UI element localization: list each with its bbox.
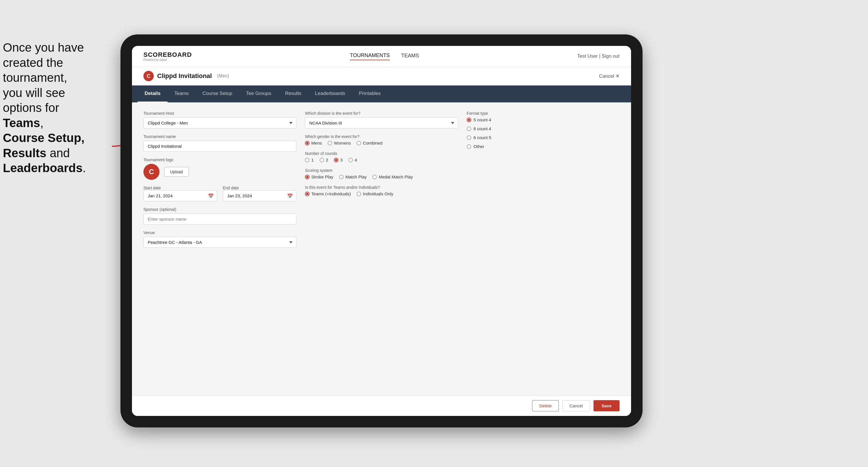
rounds-1-radio[interactable] <box>305 158 310 162</box>
save-button[interactable]: Save <box>593 400 620 411</box>
format-6count4-radio[interactable] <box>467 126 471 131</box>
logo-upload-area: C Upload <box>144 164 296 180</box>
tournament-title: Clippd Invitational <box>157 72 212 80</box>
content-area: C Clippd Invitational (Men) Cancel ✕ Det… <box>132 67 631 416</box>
format-6count5-option[interactable]: 6 count 5 <box>467 135 620 140</box>
rounds-4-radio[interactable] <box>348 158 353 162</box>
scoring-medal-radio[interactable] <box>372 175 377 179</box>
format-6count5-label: 6 count 5 <box>473 135 491 140</box>
division-group: Which division is the event for? NCAA Di… <box>305 111 458 128</box>
gender-mens-label: Mens <box>311 141 322 146</box>
nav-teams[interactable]: TEAMS <box>401 53 419 60</box>
gender-womens-radio[interactable] <box>328 141 332 146</box>
instruction-line3: tournament, <box>3 71 67 84</box>
gender-combined-radio[interactable] <box>356 141 361 146</box>
format-6count5-radio[interactable] <box>467 135 471 140</box>
scoring-medal-label: Medal Match Play <box>379 175 413 179</box>
venue-select[interactable]: Peachtree GC - Atlanta - GA <box>144 237 296 248</box>
division-label: Which division is the event for? <box>305 111 458 116</box>
format-6count4-option[interactable]: 6 count 4 <box>467 126 620 131</box>
instruction-text: Once you have created the tournament, yo… <box>3 40 115 176</box>
instruction-line5: options for <box>3 101 59 115</box>
tab-printables[interactable]: Printables <box>352 86 388 102</box>
form-column-2: Which division is the event for? NCAA Di… <box>305 111 458 387</box>
gender-mens-radio[interactable] <box>305 141 310 146</box>
nav-tournaments[interactable]: TOURNAMENTS <box>350 53 390 60</box>
sponsor-label: Sponsor (optional) <box>144 207 296 212</box>
rounds-1-label: 1 <box>311 157 313 162</box>
end-date-input[interactable] <box>223 190 297 201</box>
tab-tee-groups[interactable]: Tee Groups <box>239 86 278 102</box>
scoring-medal-option[interactable]: Medal Match Play <box>372 175 413 179</box>
logo-sub: Powered by clippd <box>144 59 192 61</box>
rounds-3-label: 3 <box>340 157 342 162</box>
upload-button[interactable]: Upload <box>164 167 189 177</box>
form-column-1: Tournament Host Clippd College - Men Tou… <box>144 111 296 387</box>
user-area: Test User | Sign out <box>577 53 620 59</box>
sponsor-group: Sponsor (optional) <box>144 207 296 225</box>
tab-leaderboards[interactable]: Leaderboards <box>308 86 352 102</box>
scoring-stroke-option[interactable]: Stroke Play <box>305 175 333 179</box>
scoring-stroke-radio[interactable] <box>305 175 310 179</box>
tournament-name-input[interactable] <box>144 141 296 152</box>
sponsor-input[interactable] <box>144 213 296 225</box>
format-5count4-label: 5 count 4 <box>473 117 491 122</box>
format-other-radio[interactable] <box>467 144 471 149</box>
instruction-bold1: Teams <box>3 116 40 130</box>
format-other-option[interactable]: Other <box>467 144 620 149</box>
scoring-match-option[interactable]: Match Play <box>339 175 367 179</box>
tournament-logo-group: Tournament logo C Upload <box>144 157 296 180</box>
gender-mens-option[interactable]: Mens <box>305 141 322 146</box>
tablet-screen: SCOREBOARD Powered by clippd TOURNAMENTS… <box>132 46 631 416</box>
rounds-3-option[interactable]: 3 <box>334 157 342 162</box>
individuals-only-radio[interactable] <box>356 192 361 196</box>
form-column-3: Format type 5 count 4 6 count 4 6 count … <box>467 111 620 387</box>
format-6count4-label: 6 count 4 <box>473 126 491 131</box>
division-select[interactable]: NCAA Division III <box>305 117 458 128</box>
tournament-title-row: C Clippd Invitational (Men) <box>144 71 229 81</box>
rounds-4-option[interactable]: 4 <box>348 157 357 162</box>
gender-womens-option[interactable]: Womens <box>328 141 351 146</box>
rounds-2-option[interactable]: 2 <box>319 157 328 162</box>
tournament-host-select[interactable]: Clippd College - Men <box>144 117 296 128</box>
scoring-match-radio[interactable] <box>339 175 344 179</box>
instruction-line4: you will see <box>3 86 65 99</box>
teams-plus-radio[interactable] <box>305 192 310 196</box>
scoring-stroke-label: Stroke Play <box>311 175 333 179</box>
instruction-bold4: Leaderboards <box>3 161 83 175</box>
tournament-name-label: Tournament name <box>144 134 296 139</box>
tournament-header: C Clippd Invitational (Men) Cancel ✕ <box>132 67 631 86</box>
teams-plus-option[interactable]: Teams (+Individuals) <box>305 191 351 196</box>
nav-links: TOURNAMENTS TEAMS <box>350 53 419 60</box>
rounds-1-option[interactable]: 1 <box>305 157 313 162</box>
format-5count4-radio[interactable] <box>467 118 471 122</box>
tournament-logo-label: Tournament logo <box>144 157 296 162</box>
top-bar: SCOREBOARD Powered by clippd TOURNAMENTS… <box>132 46 631 67</box>
tab-course-setup[interactable]: Course Setup <box>196 86 239 102</box>
start-date-input[interactable] <box>144 190 217 201</box>
gender-group: Which gender is the event for? Mens Wome… <box>305 134 458 146</box>
rounds-2-radio[interactable] <box>319 158 324 162</box>
tab-teams[interactable]: Teams <box>167 86 196 102</box>
gender-combined-option[interactable]: Combined <box>356 141 382 146</box>
cancel-button[interactable]: Cancel <box>562 400 590 411</box>
tab-results[interactable]: Results <box>278 86 308 102</box>
logo-preview: C <box>144 164 159 180</box>
end-date-label: End date <box>223 186 239 190</box>
gender-label: Which gender is the event for? <box>305 134 458 139</box>
scoring-radio-group: Stroke Play Match Play Medal Match Play <box>305 175 458 179</box>
delete-button[interactable]: Delete <box>532 400 559 411</box>
logo-area: SCOREBOARD Powered by clippd <box>144 51 192 61</box>
team-individuals-radio-group: Teams (+Individuals) Individuals Only <box>305 191 458 196</box>
user-label[interactable]: Test User | Sign out <box>577 53 620 59</box>
instruction-line1: Once you have <box>3 41 84 54</box>
tournament-name-group: Tournament name <box>144 134 296 152</box>
teams-plus-label: Teams (+Individuals) <box>311 191 351 196</box>
format-5count4-option[interactable]: 5 count 4 <box>467 117 620 122</box>
tournament-host-group: Tournament Host Clippd College - Men <box>144 111 296 128</box>
cancel-top-button[interactable]: Cancel ✕ <box>599 73 620 79</box>
tab-details[interactable]: Details <box>138 86 167 102</box>
rounds-3-radio[interactable] <box>334 158 339 162</box>
rounds-4-label: 4 <box>354 157 357 162</box>
individuals-only-option[interactable]: Individuals Only <box>356 191 393 196</box>
